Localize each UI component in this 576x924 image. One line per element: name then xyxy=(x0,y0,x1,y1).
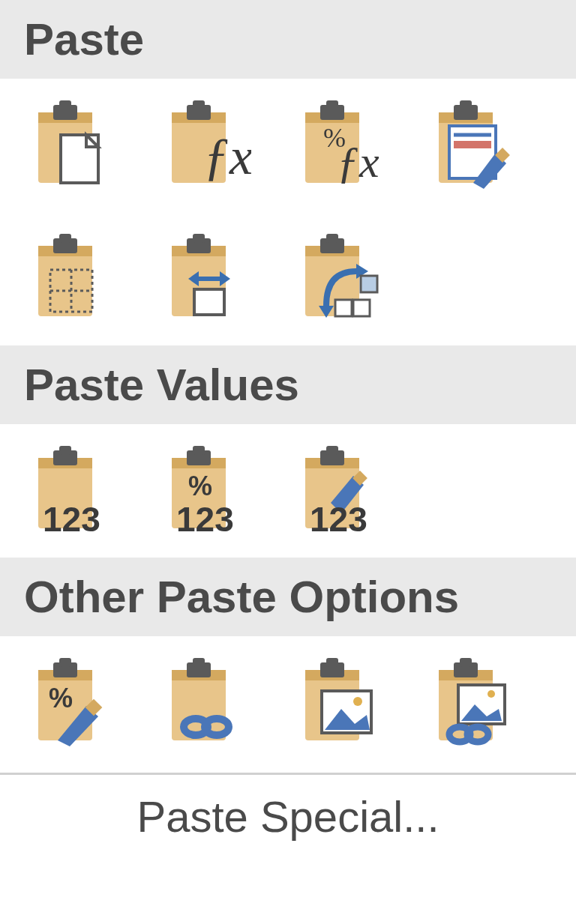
paste-formulas-icon: ƒx xyxy=(161,100,251,190)
paste-link-icon xyxy=(161,658,251,748)
paste-formulas-button[interactable]: ƒx xyxy=(158,97,255,194)
paste-no-borders-button[interactable] xyxy=(24,230,122,327)
section-header-paste: Paste xyxy=(0,0,576,79)
section-header-paste-values: Paste Values xyxy=(0,345,576,424)
paste-special-label: Paste Special... xyxy=(137,792,440,841)
svg-point-38 xyxy=(353,697,362,706)
paste-values-source-formatting-icon: 123 xyxy=(295,446,385,536)
section-title: Other Paste Options xyxy=(24,572,459,622)
section-title: Paste xyxy=(24,14,144,64)
paste-formatting-button[interactable]: % xyxy=(24,654,122,752)
svg-rect-11 xyxy=(454,141,491,148)
paste-formatting-icon: % xyxy=(28,658,118,748)
svg-text:123: 123 xyxy=(310,500,368,536)
svg-text:ƒx: ƒx xyxy=(337,137,380,187)
svg-text:123: 123 xyxy=(43,500,100,536)
svg-text:%: % xyxy=(188,471,212,501)
svg-text:123: 123 xyxy=(176,500,234,536)
paste-all-button[interactable] xyxy=(24,97,122,194)
paste-linked-picture-button[interactable] xyxy=(424,654,522,752)
paste-icons-row-2 xyxy=(0,212,576,345)
svg-rect-24 xyxy=(335,300,352,316)
paste-transpose-icon xyxy=(295,234,385,324)
paste-keep-column-widths-icon xyxy=(161,234,251,324)
paste-no-borders-icon xyxy=(28,234,118,324)
paste-picture-icon xyxy=(295,658,385,748)
paste-keep-source-button[interactable] xyxy=(424,97,522,194)
paste-values-number-formatting-icon: % 123 xyxy=(161,446,251,536)
section-title: Paste Values xyxy=(24,360,299,410)
paste-link-button[interactable] xyxy=(158,654,255,752)
other-paste-icons-row: % xyxy=(0,636,576,770)
paste-all-icon xyxy=(28,100,118,190)
paste-values-icon: 123 xyxy=(28,446,118,536)
paste-special-menu-item[interactable]: Paste Special... xyxy=(0,784,576,842)
paste-values-button[interactable]: 123 xyxy=(24,442,122,540)
svg-rect-20 xyxy=(194,289,224,315)
paste-linked-picture-icon xyxy=(428,658,518,748)
paste-keep-source-formatting-icon xyxy=(428,100,518,190)
paste-transpose-button[interactable] xyxy=(291,230,388,327)
paste-picture-button[interactable] xyxy=(291,654,388,752)
svg-point-41 xyxy=(488,690,495,698)
divider xyxy=(0,773,576,775)
paste-formulas-number-button[interactable]: % ƒx xyxy=(291,97,388,194)
paste-formulas-number-formatting-icon: % ƒx xyxy=(295,100,385,190)
svg-rect-23 xyxy=(361,276,377,292)
paste-icons-row-1: ƒx % ƒx xyxy=(0,79,576,212)
paste-values-number-button[interactable]: % 123 xyxy=(158,442,255,540)
svg-text:%: % xyxy=(49,683,73,713)
svg-text:ƒx: ƒx xyxy=(203,127,251,185)
svg-rect-25 xyxy=(353,300,370,316)
section-header-other-paste: Other Paste Options xyxy=(0,558,576,636)
paste-column-widths-button[interactable] xyxy=(158,230,255,327)
paste-values-source-button[interactable]: 123 xyxy=(291,442,388,540)
paste-values-icons-row: 123 % 123 123 xyxy=(0,424,576,558)
